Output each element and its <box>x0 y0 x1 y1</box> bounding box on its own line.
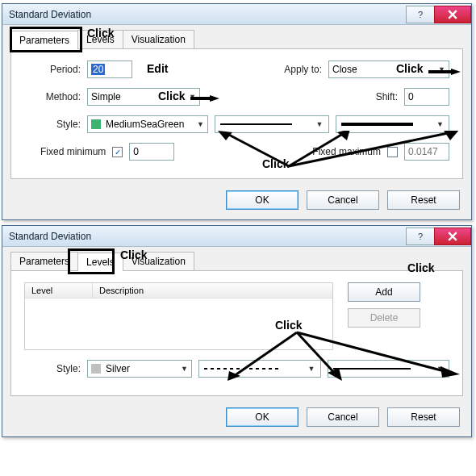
ok-button[interactable]: OK <box>226 190 299 210</box>
apply-select[interactable]: Close▼ <box>328 61 449 78</box>
window-title: Standard Deviation <box>9 231 91 242</box>
titlebar: Standard Deviation ? <box>2 4 471 25</box>
tab-levels[interactable]: Levels <box>77 253 123 271</box>
help-button[interactable]: ? <box>406 6 435 23</box>
dialog-parameters: Standard Deviation ? Parameters Levels V… <box>2 3 472 220</box>
fixed-min-checkbox[interactable]: ✓ <box>112 147 123 157</box>
color-select[interactable]: Silver ▼ <box>87 360 192 378</box>
levels-table[interactable]: Level Description <box>24 282 333 350</box>
dialog-levels: Standard Deviation ? Parameters Levels V… <box>2 225 472 437</box>
reset-button[interactable]: Reset <box>387 407 460 427</box>
tab-visualization[interactable]: Visualization <box>123 252 194 270</box>
add-button[interactable]: Add <box>348 282 420 302</box>
ok-button[interactable]: OK <box>226 407 299 427</box>
color-select[interactable]: MediumSeaGreen ▼ <box>87 115 208 133</box>
chevron-down-icon: ▼ <box>438 65 445 73</box>
levels-table-header: Level Description <box>25 283 332 299</box>
shift-input[interactable]: 0 <box>404 88 449 106</box>
tab-strip: Parameters Levels Visualization <box>10 30 463 49</box>
color-swatch-icon <box>91 119 101 129</box>
help-button[interactable]: ? <box>406 228 435 245</box>
chevron-down-icon: ▼ <box>197 120 204 128</box>
period-input[interactable]: 20 <box>87 61 132 78</box>
parameters-panel: Period: 20 Apply to: Close▼ Method: Simp… <box>10 49 463 179</box>
line-style-select[interactable]: ▼ <box>198 360 321 378</box>
fixed-max-input: 0.0147 <box>404 143 449 161</box>
tab-parameters[interactable]: Parameters <box>10 31 78 49</box>
line-width-icon <box>341 123 413 126</box>
line-width-select[interactable]: ▼ <box>336 115 450 133</box>
window-title: Standard Deviation <box>9 9 91 20</box>
shift-label: Shift: <box>376 91 398 102</box>
close-icon <box>448 10 457 19</box>
line-width-icon <box>333 368 411 370</box>
levels-panel: Level Description Add Delete Style: Silv… <box>10 271 463 396</box>
close-button[interactable] <box>434 228 471 245</box>
fixed-min-input[interactable]: 0 <box>129 143 174 161</box>
cancel-button[interactable]: Cancel <box>307 190 379 210</box>
cancel-button[interactable]: Cancel <box>307 407 379 427</box>
line-sample-icon <box>204 368 282 370</box>
col-description: Description <box>93 283 332 298</box>
style-label: Style: <box>24 363 81 374</box>
tab-levels[interactable]: Levels <box>77 30 123 48</box>
tab-visualization[interactable]: Visualization <box>123 30 194 48</box>
chevron-down-icon: ▼ <box>181 365 188 373</box>
line-sample-icon <box>220 123 292 125</box>
method-select[interactable]: Simple▼ <box>87 88 200 106</box>
button-bar: OK Cancel Reset <box>2 399 471 436</box>
reset-button[interactable]: Reset <box>387 190 460 210</box>
color-swatch-icon <box>91 364 101 374</box>
apply-label: Apply to: <box>284 64 322 75</box>
tab-parameters[interactable]: Parameters <box>10 252 78 270</box>
fixed-max-label: Fixed maximum <box>312 146 381 157</box>
titlebar: Standard Deviation ? <box>2 226 471 247</box>
line-width-select[interactable]: ▼ <box>328 360 450 378</box>
line-style-select[interactable]: ▼ <box>215 115 329 133</box>
fixed-min-label: Fixed minimum <box>40 146 106 157</box>
button-bar: OK Cancel Reset <box>2 182 471 219</box>
method-label: Method: <box>24 91 81 102</box>
tab-strip: Parameters Levels Visualization <box>10 252 463 271</box>
close-icon <box>448 232 457 241</box>
delete-button: Delete <box>348 308 420 328</box>
close-button[interactable] <box>434 6 471 23</box>
chevron-down-icon: ▼ <box>189 93 196 101</box>
fixed-max-checkbox[interactable] <box>387 147 398 157</box>
col-level: Level <box>25 283 93 298</box>
style-label: Style: <box>24 119 81 130</box>
period-label: Period: <box>24 64 81 75</box>
